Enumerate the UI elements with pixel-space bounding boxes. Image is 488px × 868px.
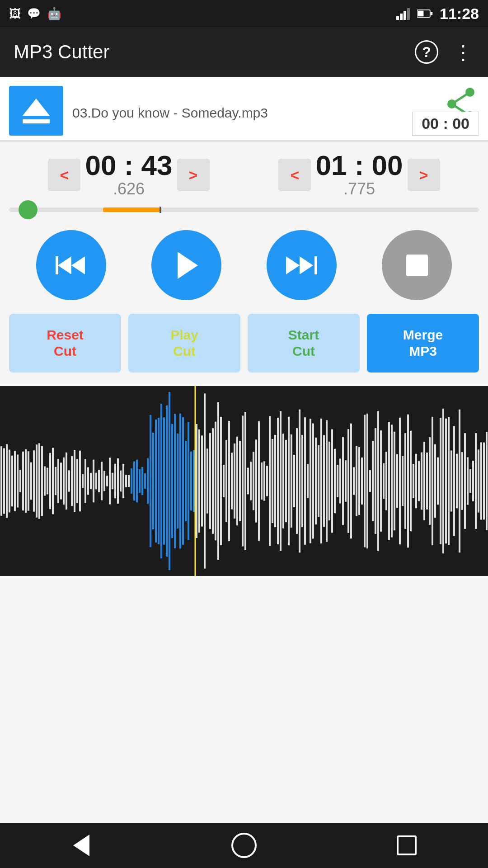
fast-forward-button[interactable] [267, 230, 337, 300]
action-buttons: Reset Cut Play Cut Start Cut Merge MP3 [0, 309, 488, 386]
file-section: 03.Do you know - Someday.mp3 00 : 00 [0, 77, 488, 141]
recent-icon [397, 835, 417, 855]
svg-marker-15 [178, 252, 198, 279]
svg-rect-1 [400, 14, 403, 20]
svg-line-10 [452, 92, 470, 104]
svg-marker-17 [300, 256, 313, 274]
svg-marker-13 [71, 256, 85, 274]
start-cut-button[interactable]: Start Cut [248, 314, 360, 373]
svg-rect-14 [56, 256, 58, 274]
progress-marker [160, 207, 161, 213]
rewind-icon [56, 252, 87, 279]
end-time-group: < 01 : 00 .775 > [278, 151, 440, 198]
more-options-button[interactable]: ⋮ [452, 41, 474, 63]
recent-button[interactable] [389, 827, 425, 863]
start-time-prev-button[interactable]: < [48, 159, 80, 191]
svg-rect-6 [431, 12, 433, 15]
end-time-prev-button[interactable]: < [278, 159, 311, 191]
signal-icon [396, 7, 413, 20]
fast-forward-icon [286, 252, 318, 279]
end-time-value: 01 : 00 .775 [315, 151, 403, 198]
app-bar-actions: ? ⋮ [415, 40, 474, 64]
rewind-button[interactable] [36, 230, 106, 300]
app-title: MP3 Cutter [14, 41, 109, 63]
message-status-icon: 💬 [27, 7, 41, 20]
home-icon [231, 833, 257, 858]
stop-button[interactable] [382, 230, 452, 300]
image-status-icon: 🖼 [9, 7, 21, 21]
start-time-next-button[interactable]: > [177, 159, 210, 191]
eject-icon [23, 99, 50, 123]
start-time-value: 00 : 43 .626 [85, 151, 172, 198]
progress-section[interactable] [0, 203, 488, 217]
filename: 03.Do you know - Someday.mp3 [72, 105, 268, 121]
battery-icon [417, 9, 433, 19]
svg-marker-12 [58, 256, 71, 274]
waveform-canvas[interactable] [0, 386, 488, 576]
status-right: 11:28 [396, 5, 479, 23]
progress-knob[interactable] [19, 200, 38, 219]
home-button[interactable] [226, 827, 262, 863]
progress-selected-range [103, 208, 160, 212]
time-controls: < 00 : 43 .626 > < 01 : 00 .775 > [0, 142, 488, 203]
progress-track[interactable] [9, 208, 479, 212]
play-icon [173, 250, 200, 281]
file-left: 03.Do you know - Someday.mp3 [9, 86, 268, 136]
stop-icon [406, 255, 428, 276]
waveform-section [0, 386, 488, 576]
current-time-display: 00 : 00 [412, 112, 479, 136]
playback-controls [0, 217, 488, 309]
eject-button[interactable] [9, 86, 63, 136]
back-icon [73, 835, 89, 856]
status-bar: 🖼 💬 🤖 11:28 [0, 0, 488, 27]
svg-rect-0 [396, 16, 399, 20]
end-time-next-button[interactable]: > [408, 159, 440, 191]
start-time-group: < 00 : 43 .626 > [48, 151, 209, 198]
svg-marker-16 [286, 256, 300, 274]
play-button[interactable] [151, 230, 221, 300]
bottom-spacer [0, 576, 488, 666]
reset-cut-button[interactable]: Reset Cut [9, 314, 121, 373]
help-button[interactable]: ? [415, 40, 438, 64]
svg-rect-5 [418, 11, 424, 17]
app-bar: MP3 Cutter ? ⋮ [0, 27, 488, 77]
robot-status-icon: 🤖 [47, 7, 61, 21]
clock: 11:28 [440, 5, 479, 23]
play-cut-button[interactable]: Play Cut [128, 314, 240, 373]
nav-bar [0, 823, 488, 868]
back-button[interactable] [63, 827, 99, 863]
svg-rect-18 [314, 256, 317, 274]
svg-rect-2 [404, 11, 406, 20]
status-icons: 🖼 💬 🤖 [9, 7, 61, 21]
merge-mp3-button[interactable]: Merge MP3 [367, 314, 479, 373]
svg-rect-3 [407, 8, 410, 20]
